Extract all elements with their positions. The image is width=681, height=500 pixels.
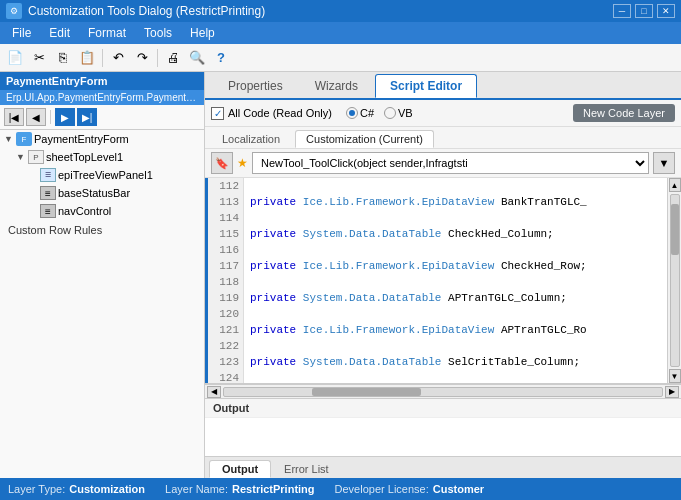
hscroll-left[interactable]: ◀ [207, 386, 221, 398]
maximize-button[interactable]: □ [635, 4, 653, 18]
output-tab-output[interactable]: Output [209, 460, 271, 478]
menu-file[interactable]: File [4, 24, 39, 42]
menu-edit[interactable]: Edit [41, 24, 78, 42]
line-num-113: 113 [208, 194, 243, 210]
tree-label-treeview: epiTreeViewPanel1 [58, 169, 153, 181]
line-num-124: 124 [208, 370, 243, 383]
custom-row-rules[interactable]: Custom Row Rules [0, 220, 204, 240]
tab-script-editor[interactable]: Script Editor [375, 74, 477, 98]
code-line-112 [244, 178, 667, 194]
nav-last[interactable]: ▶| [77, 108, 97, 126]
form-path: Erp.UI.App.PaymentEntryForm.PaymentEnt [6, 92, 201, 103]
paste-button[interactable]: 📋 [76, 47, 98, 69]
page-icon: P [28, 150, 44, 164]
vscroll-up[interactable]: ▲ [669, 178, 681, 192]
tab-wizards[interactable]: Wizards [300, 74, 373, 98]
tree-label-navcontrol: navControl [58, 205, 111, 217]
line-num-114: 114 [208, 210, 243, 226]
radio-vb-dot [384, 107, 396, 119]
vscroll-thumb[interactable] [671, 204, 679, 255]
hscroll-thumb[interactable] [312, 388, 422, 396]
cut-button[interactable]: ✂ [28, 47, 50, 69]
nav-first[interactable]: |◀ [4, 108, 24, 126]
menu-format[interactable]: Format [80, 24, 134, 42]
right-panel: Properties Wizards Script Editor ✓ All C… [205, 72, 681, 478]
statusbar-icon: ≡ [40, 186, 56, 200]
nav-next[interactable]: ▶ [55, 108, 75, 126]
form-path-bar: Erp.UI.App.PaymentEntryForm.PaymentEnt [0, 90, 204, 105]
code-content[interactable]: private Ice.Lib.Framework.EpiDataView Ba… [244, 178, 667, 383]
help-button[interactable]: ? [210, 47, 232, 69]
print-button[interactable]: 🖨 [162, 47, 184, 69]
status-layer-name: Layer Name: RestrictPrinting [165, 483, 315, 495]
code-editor: 112 113 114 115 116 117 118 119 120 121 … [205, 178, 681, 384]
new-button[interactable]: 📄 [4, 47, 26, 69]
nav-prev[interactable]: ◀ [26, 108, 46, 126]
code-line-114 [244, 210, 667, 226]
layer-type-label: Layer Type: [8, 483, 65, 495]
redo-button[interactable]: ↷ [131, 47, 153, 69]
dev-license-label: Developer License: [335, 483, 429, 495]
output-content[interactable] [205, 418, 681, 456]
vscroll-track[interactable] [670, 194, 680, 367]
new-code-button[interactable]: New Code Layer [573, 104, 675, 122]
tree-toggle-form[interactable]: ▼ [4, 134, 16, 144]
code-line-119: private System.Data.DataTable APTranTGLC… [244, 290, 667, 306]
tree-item-form[interactable]: ▼ F PaymentEntryForm [0, 130, 204, 148]
line-num-116: 116 [208, 242, 243, 258]
tree-item-navcontrol[interactable]: ▶ ≡ navControl [0, 202, 204, 220]
nav-controls: |◀ ◀ ▶ ▶| [0, 105, 204, 130]
hscroll-right[interactable]: ▶ [665, 386, 679, 398]
output-section: Output Output Error List [205, 398, 681, 478]
type-115: System.Data.DataTable [303, 228, 442, 240]
menu-bar: File Edit Format Tools Help [0, 22, 681, 44]
vscroll-down[interactable]: ▼ [669, 369, 681, 383]
radio-vb[interactable]: VB [384, 107, 413, 119]
tree-item-statusbar[interactable]: ▶ ≡ baseStatusBar [0, 184, 204, 202]
title-bar: ⚙ Customization Tools Dialog (RestrictPr… [0, 0, 681, 22]
kw-private-115: private [250, 228, 296, 240]
vscroll-bar[interactable]: ▲ ▼ [667, 178, 681, 383]
tree-item-sheet[interactable]: ▼ P sheetTopLevel1 [0, 148, 204, 166]
search-button[interactable]: 🔍 [186, 47, 208, 69]
app-icon: ⚙ [6, 3, 22, 19]
minimize-button[interactable]: ─ [613, 4, 631, 18]
type-123: System.Data.DataTable [303, 356, 442, 368]
tab-properties[interactable]: Properties [213, 74, 298, 98]
hscroll-bar[interactable]: ◀ ▶ [205, 384, 681, 398]
tree-label-sheet: sheetTopLevel1 [46, 151, 123, 163]
all-code-checkbox[interactable]: ✓ [211, 107, 224, 120]
type-117: Ice.Lib.Framework.EpiDataView [303, 260, 494, 272]
line-num-121: 121 [208, 322, 243, 338]
hscroll-track[interactable] [223, 387, 663, 397]
code-bookmark-btn[interactable]: 🔖 [211, 152, 233, 174]
tree-toggle-sheet[interactable]: ▼ [16, 152, 28, 162]
radio-csharp[interactable]: C# [346, 107, 374, 119]
main-layout: PaymentEntryForm Erp.UI.App.PaymentEntry… [0, 72, 681, 478]
code-line-115: private System.Data.DataTable CheckHed_C… [244, 226, 667, 242]
script-toolbar: ✓ All Code (Read Only) C# VB New Code La… [205, 100, 681, 127]
method-select[interactable]: NewTool_ToolClick(object sender,Infragts… [252, 152, 649, 174]
subtab-localization[interactable]: Localization [211, 130, 291, 148]
output-header: Output [205, 399, 681, 418]
status-layer-type: Layer Type: Customization [8, 483, 145, 495]
navcontrol-icon: ≡ [40, 204, 56, 218]
type-121: Ice.Lib.Framework.EpiDataView [303, 324, 494, 336]
close-button[interactable]: ✕ [657, 4, 675, 18]
tree-item-treeview[interactable]: ▶ ☰ epiTreeViewPanel1 [0, 166, 204, 184]
var-119: APTranTGLC_Column; [448, 292, 567, 304]
line-num-115: 115 [208, 226, 243, 242]
line-numbers: 112 113 114 115 116 117 118 119 120 121 … [208, 178, 244, 383]
subtab-customization[interactable]: Customization (Current) [295, 130, 434, 148]
menu-help[interactable]: Help [182, 24, 223, 42]
output-tab-errorlist[interactable]: Error List [271, 460, 342, 478]
undo-button[interactable]: ↶ [107, 47, 129, 69]
kw-private-117: private [250, 260, 296, 272]
kw-private-123: private [250, 356, 296, 368]
code-dropdown-btn[interactable]: ▼ [653, 152, 675, 174]
layer-type-value: Customization [69, 483, 145, 495]
menu-tools[interactable]: Tools [136, 24, 180, 42]
copy-button[interactable]: ⎘ [52, 47, 74, 69]
nav-sep [50, 110, 51, 124]
code-line-118 [244, 274, 667, 290]
